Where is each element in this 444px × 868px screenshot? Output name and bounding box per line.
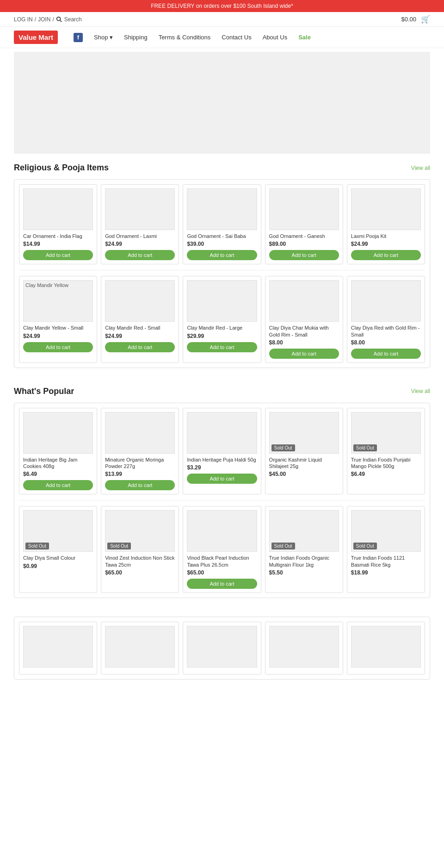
product-price: $8.00	[269, 339, 339, 346]
cart-icon[interactable]: 🛒	[421, 15, 430, 24]
product-grid-religious: Car Ornament - India Flag$14.99Add to ca…	[19, 184, 425, 363]
product-image	[187, 412, 257, 454]
product-price: $24.99	[351, 241, 421, 247]
add-to-cart-button[interactable]: Add to cart	[187, 474, 257, 484]
product-price: $29.99	[187, 333, 257, 339]
view-all-popular[interactable]: View all	[411, 388, 430, 394]
add-to-cart-button[interactable]: Add to cart	[105, 250, 175, 260]
product-image	[105, 412, 175, 454]
product-name: Indian Heritage Puja Haldi 50g	[187, 456, 257, 463]
product-image	[105, 188, 175, 230]
product-image	[23, 412, 93, 454]
logo[interactable]: Value Mart	[14, 31, 58, 44]
product-name: Clay Diya Small Colour	[23, 555, 93, 561]
product-card: Clay Mandir YellowClay Mandir Yellow - S…	[19, 276, 97, 363]
product-card: Indian Heritage Puja Haldi 50g$3.29Add t…	[183, 408, 261, 495]
nav-shop[interactable]: Shop ▾	[94, 34, 113, 41]
add-to-cart-button[interactable]: Add to cart	[269, 349, 339, 359]
product-price: $89.00	[269, 241, 339, 247]
product-image	[23, 188, 93, 230]
nav-sale[interactable]: Sale	[298, 34, 311, 41]
facebook-icon[interactable]: f	[74, 33, 83, 42]
product-card: Minature Organic Moringa Powder 227g$13.…	[101, 408, 179, 495]
product-image: Clay Mandir Yellow	[23, 280, 93, 322]
separator1: /	[35, 16, 36, 23]
nav-about[interactable]: About Us	[263, 34, 287, 41]
nav-terms[interactable]: Terms & Conditions	[159, 34, 211, 41]
bottom-partial-section	[0, 607, 444, 689]
product-image	[105, 280, 175, 322]
add-to-cart-button[interactable]: Add to cart	[23, 342, 93, 352]
add-to-cart-button[interactable]: Add to cart	[187, 250, 257, 260]
add-to-cart-button[interactable]: Add to cart	[23, 480, 93, 490]
product-card: Clay Diya Char Mukia with Gold Rim - Sma…	[265, 276, 343, 363]
top-bar-right: $0.00 🛒	[401, 15, 430, 24]
sold-out-badge: Sold Out	[271, 444, 295, 451]
product-price: $18.99	[351, 569, 421, 576]
add-to-cart-button[interactable]: Add to cart	[105, 480, 175, 490]
product-image	[23, 626, 93, 668]
product-card	[347, 622, 425, 674]
product-name: True Indian Foods 1121 Basmati Rice 5kg	[351, 555, 421, 568]
product-price: $24.99	[105, 333, 175, 339]
product-name: God Ornament - Ganesh	[269, 233, 339, 239]
product-price: $14.99	[23, 241, 93, 247]
product-price: $0.99	[23, 563, 93, 569]
bottom-grid-wrapper	[14, 617, 430, 680]
svg-point-0	[56, 17, 60, 20]
top-bar: LOG IN / JOIN / Search $0.00 🛒	[0, 12, 444, 27]
product-name: Vinod Black Pearl Induction Tawa Plus 26…	[187, 555, 257, 568]
search-area[interactable]: Search	[56, 16, 82, 23]
view-all-religious[interactable]: View all	[411, 165, 430, 171]
add-to-cart-button[interactable]: Add to cart	[187, 579, 257, 589]
hero-banner	[14, 52, 430, 154]
join-link[interactable]: JOIN	[38, 16, 50, 23]
product-card: Vinod Black Pearl Induction Tawa Plus 26…	[183, 506, 261, 593]
product-name: Clay Mandir Red - Large	[187, 325, 257, 331]
product-name: True Indian Foods Punjabi Mango Pickle 5…	[351, 456, 421, 470]
product-price: $5.50	[269, 569, 339, 576]
product-image	[187, 626, 257, 668]
product-card: Clay Mandir Red - Large$29.99Add to cart	[183, 276, 261, 363]
row-separator	[19, 270, 425, 270]
search-label: Search	[64, 16, 82, 23]
product-price: $45.00	[269, 471, 339, 477]
product-name: True Indian Foods Organic Multigrain Flo…	[269, 555, 339, 568]
svg-line-1	[60, 20, 62, 22]
product-name: God Ornament - Laxmi	[105, 233, 175, 239]
product-card: Car Ornament - India Flag$14.99Add to ca…	[19, 184, 97, 264]
product-grid-popular: Indian Heritage Big Jam Cookies 408g$6.4…	[19, 408, 425, 593]
add-to-cart-button[interactable]: Add to cart	[105, 342, 175, 352]
nav-bar: Value Mart f Shop ▾ Shipping Terms & Con…	[0, 27, 444, 48]
add-to-cart-button[interactable]: Add to cart	[351, 250, 421, 260]
product-name: Vinod Zest Induction Non Stick Tawa 25cm	[105, 555, 175, 568]
product-image	[187, 188, 257, 230]
product-card: Laxmi Pooja Kit$24.99Add to cart	[347, 184, 425, 264]
add-to-cart-button[interactable]: Add to cart	[23, 250, 93, 260]
add-to-cart-button[interactable]: Add to cart	[351, 349, 421, 359]
section-header-popular: What's PopularView all	[14, 387, 430, 396]
nav-contact[interactable]: Contact Us	[222, 34, 251, 41]
product-image	[105, 626, 175, 668]
login-link[interactable]: LOG IN	[14, 16, 33, 23]
bottom-product-grid	[19, 622, 425, 674]
product-card: God Ornament - Ganesh$89.00Add to cart	[265, 184, 343, 264]
section-title-popular: What's Popular	[14, 387, 74, 396]
product-card: Sold OutVinod Zest Induction Non Stick T…	[101, 506, 179, 593]
product-image: Sold Out	[269, 412, 339, 454]
product-name: Clay Diya Red with Gold Rim - Small	[351, 325, 421, 338]
nav-shipping[interactable]: Shipping	[124, 34, 148, 41]
cart-amount: $0.00	[401, 16, 416, 23]
product-name: Indian Heritage Big Jam Cookies 408g	[23, 456, 93, 470]
product-card	[19, 622, 97, 674]
search-icon	[56, 16, 62, 23]
separator2: /	[52, 16, 54, 23]
sold-out-badge: Sold Out	[353, 444, 377, 451]
product-price: $65.00	[187, 569, 257, 576]
product-name: God Ornament - Sai Baba	[187, 233, 257, 239]
product-card: Sold OutTrue Indian Foods Punjabi Mango …	[347, 408, 425, 495]
add-to-cart-button[interactable]: Add to cart	[187, 342, 257, 352]
section-title-religious: Religious & Pooja Items	[14, 163, 109, 173]
product-price: $13.99	[105, 471, 175, 477]
add-to-cart-button[interactable]: Add to cart	[269, 250, 339, 260]
